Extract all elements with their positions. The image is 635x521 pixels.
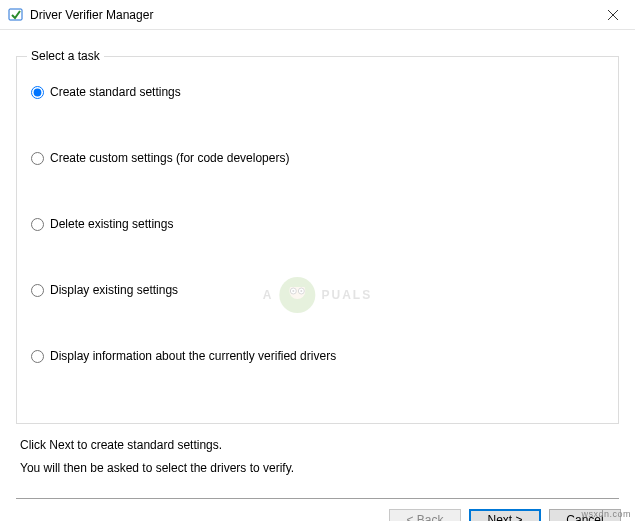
- radio-input-display-info[interactable]: [31, 350, 44, 363]
- radio-label: Create standard settings: [50, 85, 181, 99]
- close-icon: [608, 10, 618, 20]
- radio-label: Display information about the currently …: [50, 349, 336, 363]
- radio-label: Delete existing settings: [50, 217, 173, 231]
- dialog-content: Select a task Create standard settings C…: [0, 30, 635, 499]
- titlebar: Driver Verifier Manager: [0, 0, 635, 30]
- radio-label: Create custom settings (for code develop…: [50, 151, 289, 165]
- radio-input-create-standard[interactable]: [31, 86, 44, 99]
- radio-create-standard[interactable]: Create standard settings: [31, 85, 604, 99]
- radio-create-custom[interactable]: Create custom settings (for code develop…: [31, 151, 604, 165]
- source-credit: wsxdn.com: [581, 509, 631, 519]
- instruction-line-1: Click Next to create standard settings.: [20, 434, 619, 457]
- radio-delete-existing[interactable]: Delete existing settings: [31, 217, 604, 231]
- task-groupbox: Select a task Create standard settings C…: [16, 56, 619, 424]
- button-row: < Back Next > Cancel: [0, 499, 635, 521]
- radio-display-info[interactable]: Display information about the currently …: [31, 349, 604, 363]
- titlebar-left: Driver Verifier Manager: [8, 7, 153, 23]
- close-button[interactable]: [590, 0, 635, 30]
- back-button: < Back: [389, 509, 461, 521]
- group-legend: Select a task: [27, 49, 104, 63]
- instruction-line-2: You will then be asked to select the dri…: [20, 457, 619, 480]
- radio-input-display-existing[interactable]: [31, 284, 44, 297]
- radio-display-existing[interactable]: Display existing settings: [31, 283, 604, 297]
- next-button[interactable]: Next >: [469, 509, 541, 521]
- radio-input-create-custom[interactable]: [31, 152, 44, 165]
- window-title: Driver Verifier Manager: [30, 8, 153, 22]
- radio-input-delete-existing[interactable]: [31, 218, 44, 231]
- app-icon: [8, 7, 24, 23]
- instructions: Click Next to create standard settings. …: [16, 434, 619, 480]
- radio-label: Display existing settings: [50, 283, 178, 297]
